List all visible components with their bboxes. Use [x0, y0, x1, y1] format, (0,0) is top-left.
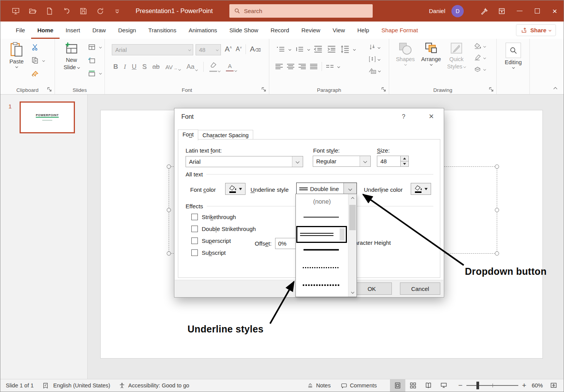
- tab-animations[interactable]: Animations: [182, 22, 223, 39]
- font-size-combo[interactable]: 48: [196, 44, 221, 55]
- new-slide-button[interactable]: New Slide: [60, 42, 83, 70]
- resize-handle-bottom-left[interactable]: [167, 251, 171, 256]
- numbering-chevron-icon[interactable]: [307, 48, 310, 50]
- reading-view-button[interactable]: [421, 379, 436, 392]
- underline-option-heavy-dotted-line[interactable]: [303, 284, 340, 286]
- tab-home[interactable]: Home: [31, 22, 60, 39]
- copy-chevron-icon[interactable]: [42, 59, 45, 62]
- share-button[interactable]: Share: [516, 24, 556, 36]
- resize-handle-top-right[interactable]: [495, 164, 499, 169]
- shrink-font-button[interactable]: A˅: [236, 46, 242, 53]
- scroll-up-icon[interactable]: [348, 194, 357, 202]
- section-button[interactable]: [87, 69, 96, 78]
- dialog-close-button[interactable]: ×: [429, 111, 434, 121]
- collapse-ribbon-icon[interactable]: [554, 87, 557, 91]
- avatar[interactable]: D: [451, 5, 464, 17]
- font-style-dropdown-button[interactable]: [360, 156, 370, 166]
- text-shadow-button[interactable]: S: [142, 63, 146, 71]
- align-left-button[interactable]: [275, 64, 283, 69]
- shape-outline-button[interactable]: [474, 54, 486, 61]
- zoom-slider-thumb[interactable]: [476, 382, 479, 389]
- font-dialog-launcher[interactable]: [261, 87, 267, 92]
- underline-option-thick-line[interactable]: [304, 249, 339, 251]
- tab-shape-format[interactable]: Shape Format: [375, 22, 424, 39]
- slide-layout-button[interactable]: [87, 43, 96, 52]
- underline-option-none[interactable]: (none): [296, 198, 348, 205]
- dialog-help-button[interactable]: ?: [402, 113, 405, 120]
- tab-record[interactable]: Record: [264, 22, 295, 39]
- strikethrough-checkbox[interactable]: [191, 214, 198, 220]
- comments-button[interactable]: Comments: [341, 382, 377, 389]
- highlight-color-button[interactable]: [209, 62, 220, 72]
- columns-button[interactable]: [326, 64, 333, 69]
- coming-soon-wand-icon[interactable]: [475, 0, 493, 22]
- minimize-button[interactable]: [511, 0, 528, 22]
- decrease-indent-button[interactable]: [313, 45, 323, 53]
- dialog-tab-font[interactable]: Font: [178, 130, 198, 141]
- paste-button[interactable]: Paste: [6, 42, 27, 68]
- tab-review[interactable]: Review: [295, 22, 327, 39]
- accessibility-icon[interactable]: [119, 382, 125, 389]
- strikethrough-button[interactable]: ab: [153, 63, 160, 71]
- ok-button[interactable]: OK: [352, 282, 392, 295]
- underline-option-double-line-selected[interactable]: [296, 226, 347, 243]
- convert-smartart-button[interactable]: [368, 67, 380, 74]
- zoom-slider[interactable]: [466, 385, 518, 386]
- character-spacing-button[interactable]: AV↔: [166, 64, 181, 70]
- latin-font-combo[interactable]: Arial: [186, 156, 303, 167]
- size-up-button[interactable]: [401, 156, 408, 161]
- text-direction-button[interactable]: A: [368, 43, 380, 51]
- resize-handle-mid-right[interactable]: [495, 208, 499, 212]
- ribbon-display-options-icon[interactable]: [493, 0, 511, 22]
- numbering-button[interactable]: [294, 45, 304, 53]
- paragraph-dialog-launcher[interactable]: [381, 87, 387, 92]
- offset-input[interactable]: 0%: [275, 238, 297, 249]
- tab-transitions[interactable]: Transitions: [142, 22, 182, 39]
- shapes-button[interactable]: Shapes: [395, 42, 415, 65]
- font-color-picker-button[interactable]: [225, 183, 246, 195]
- shape-effects-button[interactable]: [474, 66, 486, 73]
- tab-design[interactable]: Design: [112, 22, 142, 39]
- subscript-checkbox[interactable]: [191, 249, 198, 256]
- tab-draw[interactable]: Draw: [86, 22, 112, 39]
- grow-font-button[interactable]: A˄: [225, 45, 232, 53]
- double-strikethrough-checkbox[interactable]: [191, 226, 198, 232]
- slide-thumbnail[interactable]: POWERPOINT: [20, 101, 75, 133]
- language-indicator[interactable]: English (United States): [53, 382, 110, 389]
- quick-styles-button[interactable]: Quick Styles: [445, 42, 468, 70]
- customize-qat-icon[interactable]: [113, 7, 121, 15]
- editing-button[interactable]: Editing: [502, 43, 524, 68]
- section-chevron-icon[interactable]: [99, 72, 102, 75]
- accessibility-status[interactable]: Accessibility: Good to go: [128, 382, 189, 389]
- bold-button[interactable]: B: [113, 63, 118, 71]
- clear-formatting-button[interactable]: A⌫: [250, 45, 260, 53]
- underline-button[interactable]: U: [132, 63, 136, 71]
- line-spacing-chevron-icon[interactable]: [353, 48, 356, 50]
- start-slideshow-icon[interactable]: [11, 7, 20, 15]
- tab-help[interactable]: Help: [351, 22, 375, 39]
- arrange-button[interactable]: Arrange: [420, 42, 442, 65]
- maximize-button[interactable]: [528, 0, 546, 22]
- resize-handle-bottom-right[interactable]: [495, 251, 499, 256]
- close-button[interactable]: ×: [546, 0, 564, 22]
- superscript-checkbox[interactable]: [191, 238, 198, 244]
- resize-handle-top-left[interactable]: [167, 164, 171, 169]
- italic-button[interactable]: I: [124, 63, 126, 71]
- justify-button[interactable]: [310, 64, 317, 69]
- clipboard-dialog-launcher[interactable]: [47, 87, 52, 92]
- slideshow-view-button[interactable]: [436, 379, 451, 392]
- underline-option-single-line[interactable]: [304, 217, 339, 218]
- drawing-dialog-launcher[interactable]: [489, 87, 494, 92]
- font-style-combo[interactable]: Regular: [313, 156, 371, 167]
- notes-button[interactable]: Notes: [307, 382, 331, 389]
- layout-chevron-icon[interactable]: [99, 46, 102, 48]
- slide-sorter-view-button[interactable]: [405, 379, 421, 392]
- copy-button[interactable]: [30, 56, 40, 65]
- save-icon[interactable]: [79, 7, 88, 15]
- tab-file[interactable]: File: [10, 22, 31, 39]
- tab-insert[interactable]: Insert: [60, 22, 86, 39]
- search-input[interactable]: Search: [229, 4, 373, 18]
- fit-slide-to-window-button[interactable]: [546, 379, 561, 392]
- latin-font-dropdown-button[interactable]: [292, 156, 303, 167]
- undo-icon[interactable]: [62, 7, 71, 15]
